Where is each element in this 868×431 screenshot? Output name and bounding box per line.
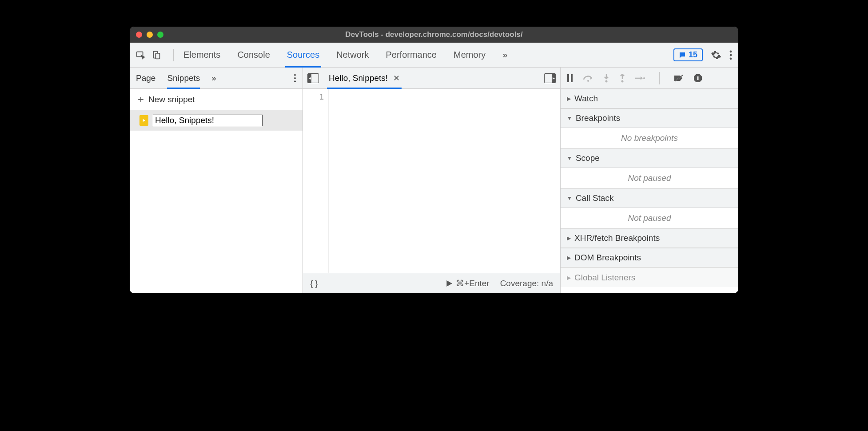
- coverage-label: Coverage: n/a: [500, 279, 553, 288]
- debugger-toolbar: [561, 68, 738, 89]
- chevron-down-icon: ▼: [567, 195, 572, 201]
- section-xhr-breakpoints[interactable]: ▶ XHR/fetch Breakpoints: [561, 228, 738, 248]
- devtools-window: DevTools - developer.chrome.com/docs/dev…: [130, 27, 738, 293]
- section-dom-breakpoints[interactable]: ▶ DOM Breakpoints: [561, 248, 738, 267]
- navigator-tabs: Page Snippets »: [130, 68, 303, 89]
- breakpoints-body: No breakpoints: [561, 128, 738, 148]
- chevron-down-icon: ▼: [567, 115, 572, 121]
- message-count: 15: [689, 50, 697, 60]
- kebab-menu-icon[interactable]: [729, 50, 732, 60]
- tab-elements[interactable]: Elements: [182, 43, 222, 67]
- section-label: Scope: [576, 153, 600, 163]
- svg-point-7: [294, 77, 296, 79]
- step-over-icon[interactable]: [583, 74, 593, 82]
- svg-rect-10: [571, 74, 573, 82]
- chevron-down-icon: ▼: [567, 155, 572, 161]
- section-label: DOM Breakpoints: [574, 253, 641, 263]
- svg-point-3: [730, 50, 732, 52]
- panel-tabs: Elements Console Sources Network Perform…: [182, 43, 507, 67]
- nav-more-tabs-icon[interactable]: »: [211, 73, 216, 83]
- svg-point-5: [730, 57, 732, 60]
- messages-button[interactable]: 15: [673, 48, 703, 61]
- new-snippet-label: New snippet: [148, 95, 195, 104]
- run-snippet-button[interactable]: ⌘+Enter: [446, 278, 490, 288]
- svg-point-12: [605, 80, 608, 82]
- section-callstack[interactable]: ▼ Call Stack: [561, 188, 738, 208]
- section-global-listeners[interactable]: ▶ Global Listeners: [561, 267, 738, 287]
- deactivate-breakpoints-icon[interactable]: [674, 74, 684, 82]
- snippet-file-icon: [139, 115, 148, 126]
- nav-kebab-icon[interactable]: [294, 74, 296, 83]
- pause-icon[interactable]: [567, 74, 573, 82]
- chevron-right-icon: ▶: [567, 96, 571, 102]
- new-snippet-button[interactable]: + New snippet: [130, 89, 303, 110]
- debugger-pane: ▶ Watch ▼ Breakpoints No breakpoints ▼ S…: [561, 68, 738, 293]
- tab-sources[interactable]: Sources: [285, 43, 321, 67]
- gear-icon[interactable]: [711, 50, 721, 60]
- svg-rect-2: [155, 53, 159, 58]
- chevron-right-icon: ▶: [567, 235, 571, 241]
- svg-point-14: [643, 77, 645, 79]
- step-out-icon[interactable]: [619, 74, 625, 83]
- callstack-body: Not paused: [561, 208, 738, 228]
- tab-network[interactable]: Network: [334, 43, 370, 67]
- code-area[interactable]: [329, 89, 560, 273]
- step-into-icon[interactable]: [603, 74, 609, 83]
- titlebar: DevTools - developer.chrome.com/docs/dev…: [130, 27, 738, 43]
- window-title: DevTools - developer.chrome.com/docs/dev…: [345, 30, 522, 39]
- line-number: 1: [303, 92, 324, 102]
- editor-tab[interactable]: Hello, Snippets! ✕: [327, 68, 402, 88]
- editor-pane: ◂ Hello, Snippets! ✕ ▸ 1 { }: [303, 68, 561, 293]
- code-editor[interactable]: 1: [303, 89, 560, 273]
- section-label: Watch: [574, 94, 598, 104]
- close-window-button[interactable]: [136, 32, 142, 38]
- section-label: Global Listeners: [574, 273, 635, 283]
- navigator-pane: Page Snippets » + New snippet: [130, 68, 303, 293]
- snippet-rename-input[interactable]: [153, 115, 263, 126]
- pause-on-exceptions-icon[interactable]: [693, 74, 702, 83]
- scope-body: Not paused: [561, 168, 738, 188]
- tab-console[interactable]: Console: [235, 43, 271, 67]
- chevron-right-icon: ▶: [567, 255, 571, 261]
- svg-point-13: [621, 80, 624, 82]
- line-gutter: 1: [303, 89, 329, 273]
- run-shortcut-label: ⌘+Enter: [456, 278, 490, 288]
- nav-tab-snippets[interactable]: Snippets: [167, 68, 200, 88]
- device-toolbar-icon[interactable]: [152, 50, 161, 60]
- separator: [173, 49, 174, 61]
- svg-rect-17: [697, 76, 699, 80]
- editor-tabbar: ◂ Hello, Snippets! ✕ ▸: [303, 68, 560, 89]
- traffic-lights: [136, 32, 163, 38]
- zoom-window-button[interactable]: [157, 32, 163, 38]
- snippet-item[interactable]: [130, 110, 303, 131]
- tab-memory[interactable]: Memory: [452, 43, 487, 67]
- svg-point-6: [294, 74, 296, 76]
- section-label: Breakpoints: [576, 113, 620, 123]
- collapse-left-pane-icon[interactable]: ◂: [307, 73, 319, 83]
- inspect-element-icon[interactable]: [136, 50, 146, 60]
- section-label: Call Stack: [576, 193, 614, 203]
- tab-performance[interactable]: Performance: [384, 43, 439, 67]
- close-tab-icon[interactable]: ✕: [393, 73, 400, 83]
- snippet-list: [130, 110, 303, 293]
- minimize-window-button[interactable]: [147, 32, 153, 38]
- step-icon[interactable]: [635, 75, 645, 81]
- section-watch[interactable]: ▶ Watch: [561, 89, 738, 108]
- svg-rect-9: [567, 74, 569, 82]
- editor-footer: { } ⌘+Enter Coverage: n/a: [303, 273, 560, 293]
- separator: [659, 72, 660, 84]
- svg-point-4: [730, 54, 732, 56]
- section-label: XHR/fetch Breakpoints: [574, 233, 660, 243]
- pretty-print-icon[interactable]: { }: [310, 279, 318, 288]
- section-scope[interactable]: ▼ Scope: [561, 148, 738, 168]
- main-toolbar: Elements Console Sources Network Perform…: [130, 43, 738, 68]
- section-breakpoints[interactable]: ▼ Breakpoints: [561, 108, 738, 128]
- nav-tab-page[interactable]: Page: [136, 68, 155, 88]
- more-tabs-icon[interactable]: »: [502, 50, 507, 60]
- chevron-right-icon: ▶: [567, 275, 571, 281]
- plus-icon: +: [138, 93, 144, 106]
- svg-point-11: [587, 80, 589, 82]
- svg-point-8: [294, 80, 296, 82]
- collapse-right-pane-icon[interactable]: ▸: [544, 73, 556, 83]
- editor-tab-label: Hello, Snippets!: [329, 73, 388, 83]
